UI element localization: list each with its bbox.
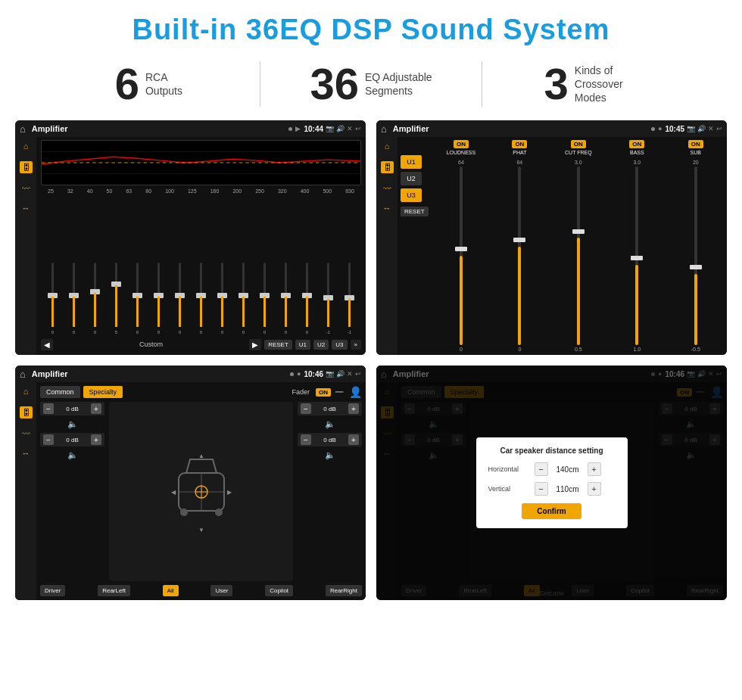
home-icon-1[interactable]: ⌂: [20, 123, 26, 135]
copilot-bottom-button[interactable]: Copilot: [265, 585, 293, 596]
sidebar-wave-3[interactable]: 〰: [22, 429, 30, 438]
eq-custom-label: Custom: [56, 341, 246, 348]
fader-middle: − 0 dB + 🔈 − 0 dB + 🔈: [40, 402, 362, 581]
eq-reset-button[interactable]: RESET: [264, 340, 292, 350]
db-minus-2[interactable]: −: [301, 403, 311, 414]
fader-profile-icon[interactable]: 👤: [349, 386, 362, 398]
u3-selector-button[interactable]: U3: [401, 188, 422, 202]
crossover-reset-button[interactable]: RESET: [401, 207, 429, 216]
db-plus-2[interactable]: +: [348, 403, 359, 414]
sidebar-eq-2[interactable]: 🎛: [381, 161, 394, 173]
rec-icon-3: ●: [297, 370, 301, 378]
speaker-icon-fl: 🔈: [40, 419, 104, 429]
camera-icon-3: 📷: [326, 370, 334, 378]
eq-u3-button[interactable]: U3: [332, 340, 347, 350]
driver-bottom-button[interactable]: Driver: [40, 585, 65, 596]
home-icon-2[interactable]: ⌂: [381, 123, 387, 135]
eq-more-button[interactable]: »: [351, 340, 361, 350]
specialty-tab-button[interactable]: Specialty: [83, 386, 123, 398]
u1-selector-button[interactable]: U1: [401, 155, 422, 169]
eq-next-button[interactable]: ▶: [249, 339, 261, 350]
screenshots-grid: ⌂ Amplifier ▶ 10:44 📷 🔊 ✕ ↩ ⌂ 🎛 〰 ↔: [0, 120, 742, 611]
distance-modal: Car speaker distance setting Horizontal …: [476, 437, 628, 528]
play-icon-1: ▶: [295, 125, 301, 132]
close-icon-2[interactable]: ✕: [708, 125, 714, 132]
db-minus-3[interactable]: −: [301, 434, 311, 445]
back-icon-1[interactable]: ↩: [355, 125, 361, 132]
col-loudness: ON LOUDNESS 64 0: [433, 140, 489, 352]
db-plus-0[interactable]: +: [91, 403, 101, 414]
stat-rca: 6 RCA Outputs: [45, 62, 252, 106]
eq-prev-button[interactable]: ◀: [41, 339, 53, 350]
db-row-3: − 0 dB +: [298, 433, 362, 446]
rearleft-bottom-button[interactable]: RearLeft: [98, 585, 130, 596]
phat-on-button[interactable]: ON: [512, 140, 527, 148]
eq-u2-button[interactable]: U2: [313, 340, 329, 350]
fader-bottom: Driver RearLeft All User Copilot RearRig…: [40, 585, 362, 596]
phat-label: PHAT: [513, 150, 526, 155]
eq-bottom-bar: ◀ Custom ▶ RESET U1 U2 U3 »: [41, 337, 361, 352]
sidebar-wave-2[interactable]: 〰: [383, 184, 391, 193]
u2-selector-button[interactable]: U2: [401, 172, 422, 185]
screen-fader: ⌂ Amplifier ● 10:46 📷 🔊 ✕ ↩ ⌂ 🎛 〰 ↔ Comm…: [15, 366, 366, 600]
camera-icon-2: 📷: [687, 125, 695, 132]
back-icon-3[interactable]: ↩: [355, 370, 361, 378]
app-name-1: Amplifier: [32, 124, 286, 133]
col-sub: ON SUB 20 -0.5: [668, 140, 724, 352]
sidebar-speaker-1[interactable]: ↔: [22, 204, 30, 213]
horizontal-minus-button[interactable]: −: [535, 462, 548, 476]
vertical-plus-button[interactable]: +: [588, 482, 601, 496]
bass-on-button[interactable]: ON: [629, 140, 644, 148]
stat-crossover: 3 Kinds of Crossover Modes: [490, 62, 697, 106]
sidebar-home-2[interactable]: ⌂: [385, 142, 390, 151]
vertical-minus-button[interactable]: −: [535, 482, 548, 496]
db-val-1: 0 dB: [56, 437, 89, 443]
distance-modal-overlay: Car speaker distance setting Horizontal …: [376, 366, 727, 600]
eq-sliders: 0 0 0: [41, 195, 361, 334]
rec-icon-2: ●: [658, 125, 662, 132]
u-selector: U1 U2 U3 RESET: [401, 155, 429, 352]
stat-eq-label: EQ Adjustable Segments: [365, 70, 432, 98]
eq-slider-14: -1: [339, 261, 360, 334]
rearright-bottom-button[interactable]: RearRight: [326, 585, 362, 596]
status-bar-1: ⌂ Amplifier ▶ 10:44 📷 🔊 ✕ ↩: [15, 120, 366, 137]
db-minus-1[interactable]: −: [43, 434, 54, 445]
status-bar-2: ⌂ Amplifier ● 10:45 📷 🔊 ✕ ↩: [376, 120, 727, 137]
db-plus-1[interactable]: +: [91, 434, 101, 445]
sidebar-speaker-2[interactable]: ↔: [383, 204, 391, 213]
confirm-button[interactable]: Confirm: [522, 503, 581, 519]
dot-icon-2: [651, 127, 655, 131]
volume-icon-1: 🔊: [336, 125, 344, 132]
fader-text-label: Fader: [292, 388, 310, 396]
db-row-1: − 0 dB +: [40, 433, 104, 446]
stat-divider-2: [482, 61, 482, 107]
eq-slider-7: 0: [191, 261, 211, 334]
loudness-on-button[interactable]: ON: [454, 140, 469, 148]
sub-on-button[interactable]: ON: [688, 140, 703, 148]
stat-crossover-number: 3: [544, 62, 569, 106]
stat-divider-1: [260, 61, 260, 107]
horizontal-plus-button[interactable]: +: [588, 462, 601, 476]
user-bottom-button[interactable]: User: [210, 585, 232, 596]
time-1: 10:44: [304, 125, 323, 133]
eq-slider-6: 0: [170, 261, 190, 334]
status-bar-3: ⌂ Amplifier ● 10:46 📷 🔊 ✕ ↩: [15, 366, 366, 382]
common-tab-button[interactable]: Common: [40, 386, 80, 398]
cutfreq-on-button[interactable]: ON: [571, 140, 586, 148]
sidebar-home-3[interactable]: ⌂: [23, 387, 29, 396]
sidebar-eq-3[interactable]: 🎛: [20, 406, 33, 418]
sidebar-eq-1[interactable]: 🎛: [20, 161, 33, 173]
time-2: 10:45: [665, 125, 684, 133]
home-icon-3[interactable]: ⌂: [20, 369, 26, 380]
all-bottom-button[interactable]: All: [163, 585, 179, 596]
sidebar-speaker-3[interactable]: ↔: [22, 449, 30, 458]
db-row-2: − 0 dB +: [298, 402, 362, 415]
close-icon-1[interactable]: ✕: [347, 125, 353, 132]
close-icon-3[interactable]: ✕: [347, 370, 353, 378]
sidebar-wave-1[interactable]: 〰: [22, 184, 30, 193]
db-minus-0[interactable]: −: [43, 403, 54, 414]
back-icon-2[interactable]: ↩: [716, 125, 722, 132]
eq-u1-button[interactable]: U1: [295, 340, 310, 350]
sidebar-home-1[interactable]: ⌂: [23, 142, 29, 151]
db-plus-3[interactable]: +: [348, 434, 359, 445]
